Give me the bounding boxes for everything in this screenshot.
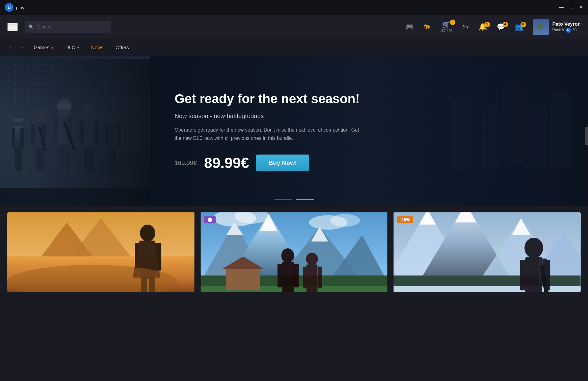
nav-offers-label: Offers — [116, 45, 129, 50]
key-icon: 🗝 — [462, 24, 469, 30]
hero-banner: Get ready for the next season! New seaso… — [0, 56, 588, 206]
rewards-button[interactable]: 🗝 — [462, 24, 469, 30]
sub-nav: ‹ › Games ▾ DLC ▾ News Offers — [0, 39, 588, 56]
carousel-dot-1[interactable] — [274, 199, 292, 200]
clock-icon: 🕐 — [207, 217, 213, 222]
svg-rect-129 — [318, 267, 322, 288]
search-icon: 🔍 — [29, 24, 34, 29]
scrollbar[interactable] — [585, 124, 588, 206]
game-card-1[interactable] — [7, 212, 194, 292]
coin-count: 60 — [573, 28, 577, 33]
minimize-button[interactable]: — — [559, 5, 564, 10]
buy-now-button[interactable]: Buy Now! — [256, 155, 309, 171]
controller-button[interactable]: 🎮 — [405, 24, 414, 30]
cart-button[interactable]: 🛒 3 157.99€ — [440, 21, 452, 32]
carousel-indicators — [274, 199, 314, 200]
hamburger-line — [9, 27, 16, 27]
nav-back-button[interactable]: ‹ — [6, 43, 16, 53]
nav-dlc[interactable]: DLC ▾ — [60, 43, 85, 53]
maximize-button[interactable]: □ — [570, 5, 573, 10]
svg-rect-121 — [282, 262, 294, 292]
sale-price: 89.99€ — [204, 155, 249, 171]
games-chevron-icon: ▾ — [51, 46, 53, 50]
search-bar[interactable]: 🔍 — [25, 21, 111, 33]
hero-subtitle: New season - new battlegrounds — [175, 113, 564, 120]
nav-games-label: Games — [34, 45, 50, 50]
alerts-badge: 1 — [484, 22, 490, 27]
cart-price: 157.99€ — [440, 29, 452, 32]
app-title: play — [16, 5, 24, 10]
svg-rect-118 — [226, 269, 260, 290]
hero-description: Operators get ready for the new season. … — [175, 126, 364, 142]
controller-icon: 🎮 — [405, 24, 414, 30]
svg-point-96 — [140, 225, 155, 242]
scrollbar-thumb[interactable] — [585, 127, 588, 145]
cart-icon: 🛒 — [442, 21, 450, 28]
game2-scene — [201, 212, 388, 292]
svg-rect-122 — [277, 264, 282, 287]
original-price: 169.99€ — [175, 159, 197, 166]
nav-offers[interactable]: Offers — [110, 43, 134, 53]
avatar-image: 🪖 — [533, 19, 549, 35]
cart-badge: 3 — [450, 20, 455, 25]
shop-icon: 🛍 — [424, 24, 430, 30]
header: 🔍 🎮 🛍 🛒 3 157.99€ 🗝 🔔 1 💬 4 — [0, 15, 588, 39]
logo-icon: U — [5, 3, 13, 12]
title-bar: U play — □ ✕ — [0, 0, 588, 15]
shop-button[interactable]: 🛍 — [424, 24, 430, 30]
carousel-dot-2[interactable] — [296, 199, 314, 200]
svg-rect-128 — [303, 267, 307, 288]
avatar: 🪖 — [533, 19, 549, 35]
soldiers-svg — [0, 59, 150, 206]
profile-area[interactable]: 🪖 Pato Veyron Rank 8 U 60 — [533, 19, 581, 35]
dlc-chevron-icon: ▾ — [77, 46, 79, 50]
hamburger-line — [9, 24, 16, 25]
game2-badge: 🕐 — [204, 216, 216, 223]
hamburger-button[interactable] — [7, 23, 18, 31]
game3-scene — [394, 212, 581, 292]
rank-label: Rank 8 — [552, 28, 564, 33]
svg-point-142 — [525, 238, 543, 258]
game-card-3[interactable]: -15% — [394, 212, 581, 292]
logo-area: U play — [5, 3, 24, 12]
close-button[interactable]: ✕ — [579, 5, 583, 10]
hero-game-art — [0, 56, 150, 206]
window-controls: — □ ✕ — [559, 5, 583, 10]
svg-rect-127 — [306, 264, 317, 292]
svg-point-120 — [281, 248, 294, 263]
game3-badge: -15% — [397, 216, 413, 223]
hero-content-panel: Get ready for the next season! New seaso… — [150, 56, 588, 206]
hero-pricing: 169.99€ 89.99€ Buy Now! — [175, 155, 564, 171]
u-coin-icon: U — [566, 28, 571, 33]
profile-name: Pato Veyron — [552, 21, 581, 28]
nav-forward-button[interactable]: › — [17, 43, 27, 53]
hero-title: Get ready for the next season! — [175, 91, 564, 106]
header-icons: 🎮 🛍 🛒 3 157.99€ 🗝 🔔 1 💬 4 👥 8 — [405, 19, 581, 35]
messages-badge: 4 — [503, 22, 508, 27]
hero-text-content: Get ready for the next season! New seaso… — [175, 91, 564, 172]
messages-button[interactable]: 💬 4 — [497, 24, 505, 30]
nav-dlc-label: DLC — [66, 45, 75, 50]
search-input[interactable] — [36, 24, 107, 29]
svg-rect-123 — [294, 264, 299, 287]
alerts-button[interactable]: 🔔 1 — [479, 24, 487, 30]
hamburger-line — [9, 29, 16, 29]
svg-point-108 — [330, 214, 360, 227]
svg-rect-145 — [520, 260, 526, 290]
svg-rect-80 — [0, 59, 150, 206]
svg-rect-141 — [394, 286, 581, 292]
profile-rank: Rank 8 U 60 — [552, 28, 581, 33]
logo-letter: U — [8, 5, 11, 10]
svg-point-126 — [306, 252, 318, 265]
game1-scene — [7, 212, 194, 292]
friends-button[interactable]: 👥 8 — [515, 24, 523, 30]
profile-info: Pato Veyron Rank 8 U 60 — [552, 21, 581, 33]
friends-badge: 8 — [521, 22, 526, 27]
nav-news[interactable]: News — [86, 43, 109, 53]
games-section: 🕐 — [0, 206, 588, 298]
nav-games[interactable]: Games ▾ — [28, 43, 59, 53]
game-card-2[interactable]: 🕐 — [201, 212, 388, 292]
nav-news-label: News — [91, 45, 104, 50]
